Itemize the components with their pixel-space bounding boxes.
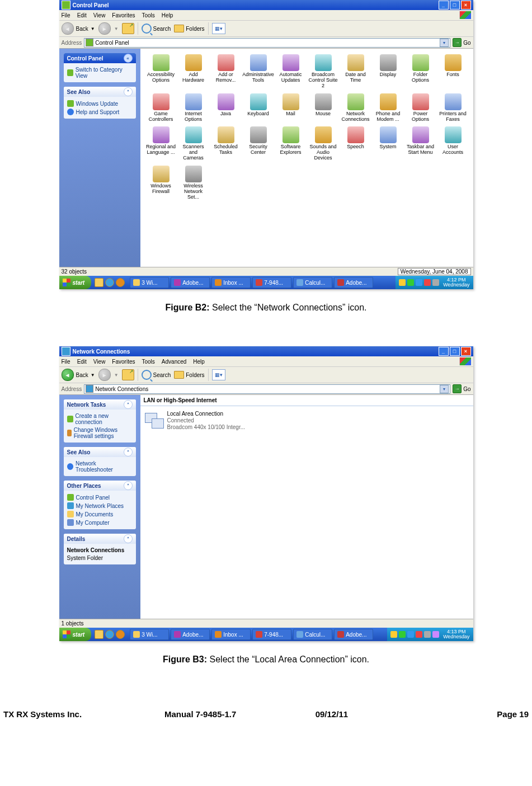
menu-tools[interactable]: Tools: [142, 12, 154, 18]
menu-edit[interactable]: Edit: [77, 359, 87, 365]
cp-icon[interactable]: Fonts: [438, 54, 468, 89]
change-firewall-link[interactable]: Change Windows Firewall settings: [67, 427, 133, 439]
taskbar-task[interactable]: Adobe...: [171, 277, 210, 288]
cp-icon[interactable]: Folder Options: [406, 54, 436, 89]
address-input[interactable]: Network Connections ▾: [84, 384, 450, 394]
taskbar-task[interactable]: Adobe...: [334, 629, 373, 640]
ql-icon[interactable]: [105, 278, 114, 287]
address-dropdown[interactable]: ▾: [440, 39, 449, 47]
address-dropdown[interactable]: ▾: [440, 385, 449, 393]
search-button[interactable]: Search: [142, 370, 171, 380]
go-button[interactable]: →Go: [453, 38, 470, 47]
tray-icon[interactable]: [416, 279, 422, 286]
forward-button[interactable]: ►: [98, 22, 111, 35]
taskbar-task[interactable]: 3 Wi...: [130, 629, 169, 640]
tray-icon[interactable]: [390, 631, 397, 638]
tray-icon[interactable]: [432, 279, 439, 286]
close-button[interactable]: ×: [461, 1, 471, 10]
cp-icon[interactable]: Game Controllers: [146, 93, 176, 123]
help-support-link[interactable]: Help and Support: [67, 109, 133, 115]
taskbar-task[interactable]: Inbox ...: [211, 277, 251, 288]
cp-icon[interactable]: Java: [211, 93, 241, 123]
menu-file[interactable]: File: [62, 12, 70, 18]
taskbar-task[interactable]: Calcul...: [293, 277, 332, 288]
cp-icon[interactable]: Printers and Faxes: [438, 93, 468, 123]
local-area-connection-item[interactable]: Local Area Connection Connected Broadcom…: [140, 406, 473, 435]
cp-icon[interactable]: Scheduled Tasks: [211, 126, 241, 161]
menu-favorites[interactable]: Favorites: [112, 12, 135, 18]
cp-icon[interactable]: User Accounts: [438, 126, 468, 161]
cp-icon[interactable]: Power Options: [406, 93, 436, 123]
ql-icon[interactable]: [95, 278, 103, 287]
folders-button[interactable]: Folders: [174, 25, 204, 32]
tray-icon[interactable]: [407, 631, 414, 638]
tray-icon[interactable]: [407, 279, 414, 286]
go-button[interactable]: →Go: [453, 384, 470, 393]
cp-icon[interactable]: Speech: [341, 126, 371, 161]
start-button[interactable]: start: [59, 628, 92, 641]
cp-icon[interactable]: Keyboard: [243, 93, 274, 123]
tray-icon[interactable]: [424, 631, 431, 638]
cp-icon[interactable]: Mouse: [308, 93, 338, 123]
network-troubleshooter-link[interactable]: Network Troubleshooter: [67, 460, 133, 473]
back-button[interactable]: ◄Back▼: [62, 22, 95, 35]
taskbar-task[interactable]: Calcul...: [293, 629, 332, 640]
collapse-icon[interactable]: ˄: [124, 534, 133, 543]
menu-view[interactable]: View: [93, 12, 106, 18]
taskbar-task[interactable]: Adobe...: [171, 629, 210, 640]
menu-file[interactable]: File: [62, 359, 70, 365]
cp-icon[interactable]: Display: [373, 54, 403, 89]
cp-icon[interactable]: Network Connections: [341, 93, 371, 123]
maximize-button[interactable]: □: [450, 1, 460, 10]
up-button[interactable]: [122, 23, 134, 34]
collapse-icon[interactable]: ˄: [124, 400, 133, 409]
maximize-button[interactable]: □: [450, 347, 460, 356]
forward-button[interactable]: ►: [98, 369, 111, 381]
cp-icon[interactable]: System: [373, 126, 403, 161]
menu-help[interactable]: Help: [193, 359, 205, 365]
other-network-places[interactable]: My Network Places: [67, 502, 133, 509]
other-my-computer[interactable]: My Computer: [67, 519, 133, 526]
tray-icon[interactable]: [399, 279, 406, 286]
up-button[interactable]: [122, 369, 134, 380]
cp-icon[interactable]: Add or Remov...: [211, 54, 241, 89]
collapse-icon[interactable]: «: [124, 54, 133, 63]
cp-icon[interactable]: Software Explorers: [276, 126, 306, 161]
collapse-icon[interactable]: ˄: [124, 448, 133, 456]
ql-icon[interactable]: [105, 630, 114, 639]
cp-icon[interactable]: Internet Options: [178, 93, 209, 123]
taskbar-task[interactable]: 7-948...: [252, 629, 291, 640]
views-button[interactable]: ▦▾: [212, 23, 225, 34]
search-button[interactable]: Search: [142, 23, 171, 34]
cp-icon[interactable]: Phone and Modem ...: [373, 93, 403, 123]
folders-button[interactable]: Folders: [174, 371, 204, 379]
taskbar-task[interactable]: Inbox ...: [211, 629, 251, 640]
close-button[interactable]: ×: [461, 347, 471, 356]
other-control-panel[interactable]: Control Panel: [67, 494, 133, 501]
menu-advanced[interactable]: Advanced: [162, 359, 186, 365]
minimize-button[interactable]: _: [439, 347, 449, 356]
cp-icon[interactable]: Windows Firewall: [146, 166, 176, 200]
cp-icon[interactable]: Automatic Updates: [276, 54, 306, 89]
cp-icon[interactable]: Wireless Network Set...: [178, 166, 209, 200]
tray-clock[interactable]: 4:13 PMWednesday: [443, 629, 469, 639]
tray-icon[interactable]: [424, 279, 431, 286]
tray-clock[interactable]: 4:12 PMWednesday: [443, 277, 469, 288]
switch-category-link[interactable]: Switch to Category View: [67, 67, 133, 79]
menu-edit[interactable]: Edit: [77, 12, 87, 18]
other-my-documents[interactable]: My Documents: [67, 511, 133, 517]
ql-icon[interactable]: [116, 630, 125, 639]
taskbar-task[interactable]: 3 Wi...: [130, 277, 169, 288]
create-connection-link[interactable]: Create a new connection: [67, 413, 133, 425]
windows-update-link[interactable]: Windows Update: [67, 100, 133, 107]
cp-icon[interactable]: Add Hardware: [178, 54, 209, 89]
collapse-icon[interactable]: ˄: [124, 481, 133, 490]
cp-icon[interactable]: Mail: [276, 93, 306, 123]
cp-icon[interactable]: Taskbar and Start Menu: [406, 126, 436, 161]
cp-icon[interactable]: Administrative Tools: [243, 54, 274, 89]
menu-tools[interactable]: Tools: [142, 359, 154, 365]
views-button[interactable]: ▦▾: [212, 369, 225, 380]
taskbar-task[interactable]: 7-948...: [252, 277, 291, 288]
cp-icon[interactable]: Regional and Language ...: [146, 126, 176, 161]
back-button[interactable]: ◄Back▼: [62, 369, 95, 381]
